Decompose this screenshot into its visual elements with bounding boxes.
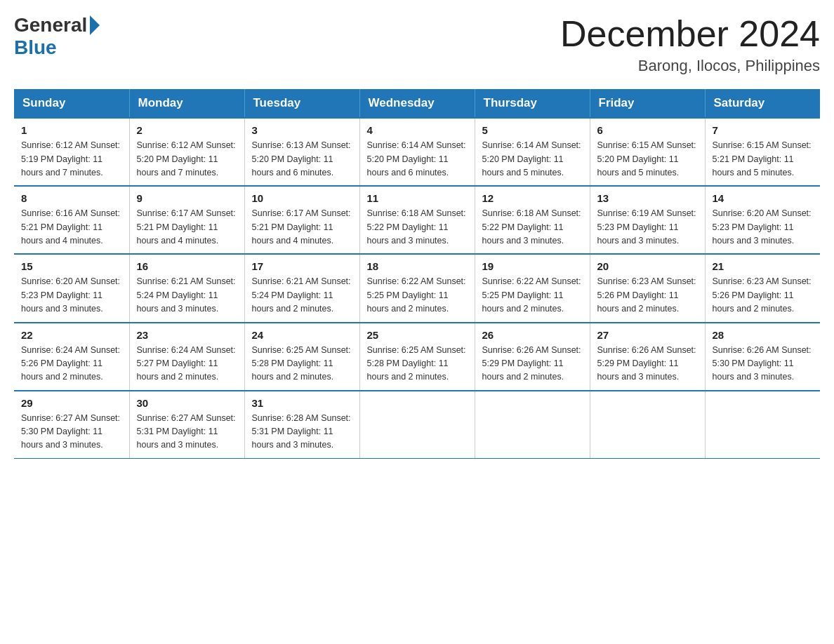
calendar-week-row: 15Sunrise: 6:20 AM Sunset: 5:23 PM Dayli… (14, 254, 820, 322)
calendar-cell (705, 391, 820, 459)
day-of-week-friday: Friday (590, 89, 705, 118)
logo-triangle-icon (90, 15, 100, 35)
month-title: December 2024 (560, 14, 820, 54)
calendar-week-row: 8Sunrise: 6:16 AM Sunset: 5:21 PM Daylig… (14, 186, 820, 254)
day-info: Sunrise: 6:14 AM Sunset: 5:20 PM Dayligh… (482, 139, 583, 180)
day-info: Sunrise: 6:17 AM Sunset: 5:21 PM Dayligh… (137, 207, 237, 248)
calendar-cell: 24Sunrise: 6:25 AM Sunset: 5:28 PM Dayli… (244, 323, 359, 391)
day-info: Sunrise: 6:21 AM Sunset: 5:24 PM Dayligh… (252, 275, 352, 316)
day-info: Sunrise: 6:26 AM Sunset: 5:29 PM Dayligh… (597, 344, 698, 384)
day-header-row: SundayMondayTuesdayWednesdayThursdayFrid… (14, 89, 820, 118)
day-number: 10 (252, 192, 352, 204)
day-number: 28 (713, 329, 814, 341)
day-of-week-monday: Monday (129, 89, 244, 118)
calendar-cell: 25Sunrise: 6:25 AM Sunset: 5:28 PM Dayli… (359, 323, 475, 391)
day-number: 11 (367, 192, 468, 204)
day-info: Sunrise: 6:27 AM Sunset: 5:30 PM Dayligh… (21, 412, 122, 452)
day-number: 21 (713, 260, 814, 272)
day-of-week-saturday: Saturday (705, 89, 820, 118)
day-number: 7 (713, 124, 814, 136)
day-info: Sunrise: 6:16 AM Sunset: 5:21 PM Dayligh… (21, 207, 122, 248)
day-number: 26 (482, 329, 583, 341)
calendar-body: 1Sunrise: 6:12 AM Sunset: 5:19 PM Daylig… (14, 118, 820, 458)
calendar-cell: 8Sunrise: 6:16 AM Sunset: 5:21 PM Daylig… (14, 186, 129, 254)
calendar-week-row: 22Sunrise: 6:24 AM Sunset: 5:26 PM Dayli… (14, 323, 820, 391)
day-info: Sunrise: 6:25 AM Sunset: 5:28 PM Dayligh… (252, 344, 352, 384)
calendar-cell: 22Sunrise: 6:24 AM Sunset: 5:26 PM Dayli… (14, 323, 129, 391)
calendar-cell: 13Sunrise: 6:19 AM Sunset: 5:23 PM Dayli… (590, 186, 705, 254)
day-info: Sunrise: 6:17 AM Sunset: 5:21 PM Dayligh… (252, 207, 352, 248)
calendar-cell: 17Sunrise: 6:21 AM Sunset: 5:24 PM Dayli… (244, 254, 359, 322)
page-header: General Blue December 2024 Barong, Iloco… (14, 14, 820, 75)
day-of-week-wednesday: Wednesday (359, 89, 475, 118)
day-number: 8 (21, 192, 122, 204)
calendar-cell: 1Sunrise: 6:12 AM Sunset: 5:19 PM Daylig… (14, 118, 129, 186)
day-of-week-sunday: Sunday (14, 89, 129, 118)
day-number: 1 (21, 124, 122, 136)
day-number: 6 (597, 124, 698, 136)
day-info: Sunrise: 6:26 AM Sunset: 5:30 PM Dayligh… (713, 344, 814, 384)
calendar-cell: 9Sunrise: 6:17 AM Sunset: 5:21 PM Daylig… (129, 186, 244, 254)
calendar-cell: 23Sunrise: 6:24 AM Sunset: 5:27 PM Dayli… (129, 323, 244, 391)
day-number: 12 (482, 192, 583, 204)
calendar-cell: 26Sunrise: 6:26 AM Sunset: 5:29 PM Dayli… (475, 323, 590, 391)
day-info: Sunrise: 6:26 AM Sunset: 5:29 PM Dayligh… (482, 344, 583, 384)
day-info: Sunrise: 6:19 AM Sunset: 5:23 PM Dayligh… (597, 207, 698, 248)
day-number: 20 (597, 260, 698, 272)
calendar-cell: 6Sunrise: 6:15 AM Sunset: 5:20 PM Daylig… (590, 118, 705, 186)
day-info: Sunrise: 6:13 AM Sunset: 5:20 PM Dayligh… (252, 139, 352, 180)
day-info: Sunrise: 6:25 AM Sunset: 5:28 PM Dayligh… (367, 344, 468, 384)
calendar-cell: 5Sunrise: 6:14 AM Sunset: 5:20 PM Daylig… (475, 118, 590, 186)
day-number: 14 (713, 192, 814, 204)
logo: General Blue (14, 14, 101, 59)
day-number: 16 (137, 260, 237, 272)
day-number: 3 (252, 124, 352, 136)
day-number: 17 (252, 260, 352, 272)
day-info: Sunrise: 6:12 AM Sunset: 5:19 PM Dayligh… (21, 139, 122, 180)
location-title: Barong, Ilocos, Philippines (560, 57, 820, 75)
day-of-week-thursday: Thursday (475, 89, 590, 118)
calendar-cell: 27Sunrise: 6:26 AM Sunset: 5:29 PM Dayli… (590, 323, 705, 391)
day-info: Sunrise: 6:24 AM Sunset: 5:26 PM Dayligh… (21, 344, 122, 384)
day-number: 9 (137, 192, 237, 204)
day-info: Sunrise: 6:15 AM Sunset: 5:21 PM Dayligh… (713, 139, 814, 180)
day-number: 15 (21, 260, 122, 272)
day-number: 29 (21, 397, 122, 409)
logo-general-text: General (14, 14, 87, 36)
day-info: Sunrise: 6:21 AM Sunset: 5:24 PM Dayligh… (137, 275, 237, 316)
day-info: Sunrise: 6:20 AM Sunset: 5:23 PM Dayligh… (21, 275, 122, 316)
day-info: Sunrise: 6:28 AM Sunset: 5:31 PM Dayligh… (252, 412, 352, 452)
calendar-cell: 29Sunrise: 6:27 AM Sunset: 5:30 PM Dayli… (14, 391, 129, 459)
calendar-table: SundayMondayTuesdayWednesdayThursdayFrid… (14, 89, 820, 459)
day-of-week-tuesday: Tuesday (244, 89, 359, 118)
calendar-cell: 28Sunrise: 6:26 AM Sunset: 5:30 PM Dayli… (705, 323, 820, 391)
day-info: Sunrise: 6:24 AM Sunset: 5:27 PM Dayligh… (137, 344, 237, 384)
day-number: 5 (482, 124, 583, 136)
calendar-cell: 30Sunrise: 6:27 AM Sunset: 5:31 PM Dayli… (129, 391, 244, 459)
day-number: 27 (597, 329, 698, 341)
day-info: Sunrise: 6:12 AM Sunset: 5:20 PM Dayligh… (137, 139, 237, 180)
day-info: Sunrise: 6:20 AM Sunset: 5:23 PM Dayligh… (713, 207, 814, 248)
day-info: Sunrise: 6:18 AM Sunset: 5:22 PM Dayligh… (367, 207, 468, 248)
day-number: 25 (367, 329, 468, 341)
day-number: 31 (252, 397, 352, 409)
day-info: Sunrise: 6:14 AM Sunset: 5:20 PM Dayligh… (367, 139, 468, 180)
logo-blue-text: Blue (14, 36, 57, 59)
day-number: 24 (252, 329, 352, 341)
calendar-cell: 4Sunrise: 6:14 AM Sunset: 5:20 PM Daylig… (359, 118, 475, 186)
calendar-cell: 2Sunrise: 6:12 AM Sunset: 5:20 PM Daylig… (129, 118, 244, 186)
day-info: Sunrise: 6:22 AM Sunset: 5:25 PM Dayligh… (482, 275, 583, 316)
day-number: 13 (597, 192, 698, 204)
calendar-cell: 12Sunrise: 6:18 AM Sunset: 5:22 PM Dayli… (475, 186, 590, 254)
calendar-cell: 11Sunrise: 6:18 AM Sunset: 5:22 PM Dayli… (359, 186, 475, 254)
day-info: Sunrise: 6:23 AM Sunset: 5:26 PM Dayligh… (597, 275, 698, 316)
day-number: 30 (137, 397, 237, 409)
calendar-cell: 20Sunrise: 6:23 AM Sunset: 5:26 PM Dayli… (590, 254, 705, 322)
day-number: 4 (367, 124, 468, 136)
calendar-cell: 31Sunrise: 6:28 AM Sunset: 5:31 PM Dayli… (244, 391, 359, 459)
calendar-cell: 3Sunrise: 6:13 AM Sunset: 5:20 PM Daylig… (244, 118, 359, 186)
day-number: 2 (137, 124, 237, 136)
calendar-week-row: 29Sunrise: 6:27 AM Sunset: 5:30 PM Dayli… (14, 391, 820, 459)
calendar-cell: 7Sunrise: 6:15 AM Sunset: 5:21 PM Daylig… (705, 118, 820, 186)
day-number: 18 (367, 260, 468, 272)
